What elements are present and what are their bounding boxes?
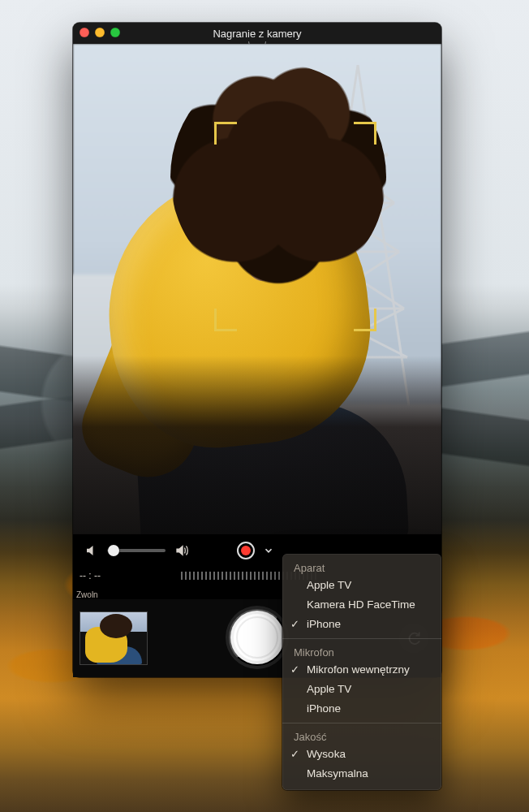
menu-item-label: iPhone [307,702,341,715]
menu-item-camera-appletv[interactable]: Apple TV [282,576,441,595]
menu-item-camera-iphone[interactable]: ✓iPhone [282,615,441,634]
focus-bracket-icon [214,309,237,331]
shutter-button[interactable] [229,609,286,666]
close-button[interactable] [80,28,89,37]
menu-item-label: Apple TV [307,683,351,695]
menu-section-quality: Jakość [282,728,441,745]
slow-mo-label: Zwoln [76,590,98,599]
record-options-menu: Aparat Apple TV Kamera HD FaceTime ✓iPho… [282,554,441,790]
menu-item-mic-iphone[interactable]: iPhone [282,699,441,719]
menu-item-label: iPhone [307,618,341,630]
menu-section-microphone: Mikrofon [282,643,441,660]
check-icon: ✓ [290,616,299,633]
menu-item-label: Mikrofon wewnętrzny [307,663,410,676]
menu-item-label: Wysoka [307,748,346,760]
camera-preview [73,44,441,534]
traffic-lights [80,28,120,37]
thumbnail[interactable] [80,611,148,665]
menu-item-mic-appletv[interactable]: Apple TV [282,680,441,699]
elapsed-time: -- : -- [80,570,101,581]
check-icon: ✓ [290,662,299,678]
record-dot-icon [241,546,251,555]
menu-separator [282,723,441,723]
volume-knob[interactable] [108,545,119,556]
zoom-button[interactable] [110,28,120,37]
menu-item-label: Kamera HD FaceTime [307,598,415,611]
menu-separator [282,638,441,639]
menu-item-quality-max[interactable]: Maksymalna [282,764,441,784]
focus-bracket-icon [214,122,237,145]
minimize-button[interactable] [95,28,105,37]
volume-slider[interactable] [107,549,166,552]
volume-controls [84,542,190,559]
focus-bracket-icon [354,309,376,331]
menu-item-quality-high[interactable]: ✓Wysoka [282,745,441,764]
titlebar[interactable]: Nagranie z kamery [73,23,441,44]
record-button[interactable] [237,542,255,559]
record-options-chevron[interactable] [260,542,277,559]
volume-low-icon [84,543,99,558]
window-title: Nagranie z kamery [213,28,301,40]
volume-high-icon [174,542,190,559]
menu-section-camera: Aparat [282,559,441,576]
menu-item-mic-internal[interactable]: ✓Mikrofon wewnętrzny [282,660,441,680]
menu-item-camera-facetime[interactable]: Kamera HD FaceTime [282,595,441,615]
record-controls [237,542,277,559]
thumbnail-hair [100,614,132,638]
menu-item-label: Apple TV [307,579,351,591]
check-icon: ✓ [290,746,299,762]
menu-item-label: Maksymalna [307,767,368,780]
focus-bracket-icon [354,122,376,145]
preview-person-hair [170,63,386,291]
